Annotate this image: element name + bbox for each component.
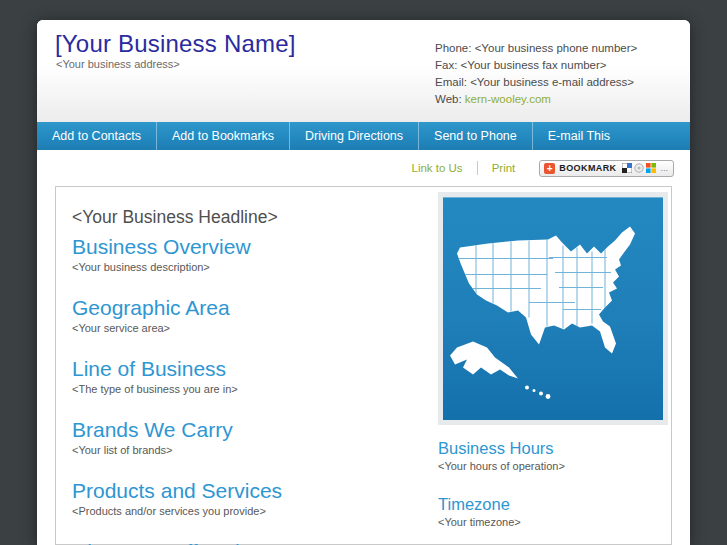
section-heading: Business Overview bbox=[72, 234, 432, 259]
section-heading: Discounts Offered bbox=[72, 539, 432, 545]
fax-value: <Your business fax number> bbox=[461, 59, 607, 71]
bookmark-more: ... bbox=[660, 163, 668, 173]
link-to-us-link[interactable]: Link to Us bbox=[411, 162, 462, 174]
section-heading: Timezone bbox=[438, 494, 668, 514]
website-link[interactable]: kern-wooley.com bbox=[465, 93, 551, 105]
windows-icon bbox=[646, 163, 656, 173]
phone-line: Phone: <Your business phone number> bbox=[435, 40, 637, 57]
action-navbar: Add to Contacts Add to Bookmarks Driving… bbox=[37, 122, 690, 150]
united-states-map bbox=[443, 197, 663, 420]
map-frame bbox=[438, 192, 668, 425]
share-toolbar: Link to Us Print + BOOKMARK bbox=[37, 150, 690, 186]
nav-add-to-contacts[interactable]: Add to Contacts bbox=[37, 122, 156, 150]
business-name: [Your Business Name] bbox=[55, 30, 296, 58]
web-label: Web: bbox=[435, 93, 462, 105]
section-discounts-offered: Discounts Offered bbox=[72, 539, 432, 545]
section-business-hours: Business Hours <Your hours of operation> bbox=[438, 438, 668, 473]
bookmark-service-icons bbox=[622, 163, 656, 173]
contact-info: Phone: <Your business phone number> Fax:… bbox=[435, 40, 637, 108]
bookmark-label: BOOKMARK bbox=[559, 163, 616, 173]
section-brands-we-carry: Brands We Carry <Your list of brands> bbox=[72, 417, 432, 457]
phone-value: <Your business phone number> bbox=[475, 42, 638, 54]
nav-send-to-phone[interactable]: Send to Phone bbox=[418, 122, 532, 150]
toolbar-divider bbox=[477, 161, 478, 175]
plus-icon: + bbox=[544, 163, 555, 174]
section-heading: Brands We Carry bbox=[72, 417, 432, 442]
usa-map-graphic bbox=[443, 197, 663, 420]
nav-driving-directions[interactable]: Driving Directions bbox=[289, 122, 418, 150]
sidebar: Business Hours <Your hours of operation>… bbox=[438, 192, 668, 545]
section-geographic-area: Geographic Area <Your service area> bbox=[72, 295, 432, 335]
section-heading: Line of Business bbox=[72, 356, 432, 381]
section-line-of-business: Line of Business <The type of business y… bbox=[72, 356, 432, 396]
web-line: Web: kern-wooley.com bbox=[435, 91, 637, 108]
business-header: [Your Business Name] <Your business addr… bbox=[37, 20, 690, 122]
fax-label: Fax: bbox=[435, 59, 457, 71]
section-text: <Your service area> bbox=[72, 321, 432, 335]
section-business-overview: Business Overview <Your business descrip… bbox=[72, 234, 432, 274]
section-products-and-services: Products and Services <Products and/or s… bbox=[72, 478, 432, 518]
section-text: <Your hours of operation> bbox=[438, 459, 668, 473]
section-heading: Business Hours bbox=[438, 438, 668, 458]
section-text: <The type of business you are in> bbox=[72, 382, 432, 396]
section-text: <Your business description> bbox=[72, 260, 432, 274]
email-label: Email: bbox=[435, 76, 467, 88]
section-heading: Geographic Area bbox=[72, 295, 432, 320]
section-heading: Products and Services bbox=[72, 478, 432, 503]
business-address: <Your business address> bbox=[56, 58, 180, 70]
section-timezone: Timezone <Your timezone> bbox=[438, 494, 668, 529]
fax-line: Fax: <Your business fax number> bbox=[435, 57, 637, 74]
print-link[interactable]: Print bbox=[492, 162, 516, 174]
section-text: <Your timezone> bbox=[438, 515, 668, 529]
email-value: <Your business e-mail address> bbox=[470, 76, 634, 88]
bookmark-button[interactable]: + BOOKMARK ... bbox=[539, 160, 674, 177]
nav-email-this[interactable]: E-mail This bbox=[532, 122, 625, 150]
share-icon bbox=[634, 163, 644, 173]
main-content: <Your Business Headline> Business Overvi… bbox=[55, 186, 672, 545]
page-card: [Your Business Name] <Your business addr… bbox=[37, 20, 690, 545]
section-text: <Your list of brands> bbox=[72, 443, 432, 457]
section-text: <Products and/or services you provide> bbox=[72, 504, 432, 518]
delicious-icon bbox=[622, 163, 632, 173]
email-line: Email: <Your business e-mail address> bbox=[435, 74, 637, 91]
nav-add-to-bookmarks[interactable]: Add to Bookmarks bbox=[156, 122, 289, 150]
phone-label: Phone: bbox=[435, 42, 471, 54]
